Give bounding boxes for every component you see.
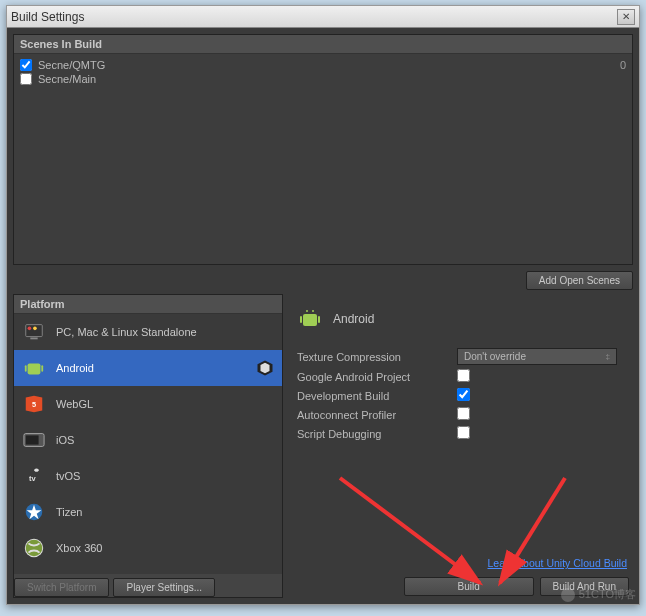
svg-text:tv: tv bbox=[29, 474, 36, 483]
scene-index: 0 bbox=[620, 59, 626, 71]
selected-platform-name: Android bbox=[333, 312, 374, 326]
svg-point-18 bbox=[312, 310, 314, 312]
tvos-icon: tv bbox=[22, 464, 46, 488]
platform-item-tvos[interactable]: tvtvOS bbox=[14, 458, 282, 494]
development-build-checkbox[interactable] bbox=[457, 388, 470, 401]
window-title: Build Settings bbox=[11, 10, 617, 24]
platform-item-xbox360[interactable]: Xbox 360 bbox=[14, 530, 282, 566]
texture-compression-value: Don't override bbox=[464, 351, 526, 362]
build-settings-window: Build Settings ✕ Scenes In Build Secne/Q… bbox=[6, 5, 640, 605]
android-icon bbox=[22, 356, 46, 380]
build-and-run-button[interactable]: Build And Run bbox=[540, 577, 629, 596]
platform-item-tizen[interactable]: Tizen bbox=[14, 494, 282, 530]
platform-label: iOS bbox=[56, 434, 274, 446]
platform-item-ios[interactable]: iOS bbox=[14, 422, 282, 458]
platform-panel: Platform PC, Mac & Linux StandaloneAndro… bbox=[13, 294, 283, 598]
scene-row[interactable]: Secne/Main bbox=[20, 72, 626, 86]
platform-label: WebGL bbox=[56, 398, 274, 410]
autoconnect-profiler-checkbox[interactable] bbox=[457, 407, 470, 420]
platform-label: Android bbox=[56, 362, 246, 374]
autoconnect-profiler-label: Autoconnect Profiler bbox=[297, 409, 457, 421]
platform-label: PC, Mac & Linux Standalone bbox=[56, 326, 274, 338]
build-button[interactable]: Build bbox=[404, 577, 534, 596]
script-debugging-checkbox[interactable] bbox=[457, 426, 470, 439]
cloud-build-link[interactable]: Learn about Unity Cloud Build bbox=[297, 553, 629, 573]
svg-text:5: 5 bbox=[32, 400, 36, 409]
platform-item-webgl[interactable]: 5WebGL bbox=[14, 386, 282, 422]
svg-point-2 bbox=[28, 327, 32, 331]
svg-rect-16 bbox=[303, 314, 317, 326]
platform-details: Android Texture Compression Don't overri… bbox=[289, 294, 633, 598]
scenes-header: Scenes In Build bbox=[14, 35, 632, 54]
xbox360-icon bbox=[22, 536, 46, 560]
scene-checkbox[interactable] bbox=[20, 59, 32, 71]
scenes-in-build-panel: Scenes In Build Secne/QMTG 0 Secne/Main bbox=[13, 34, 633, 265]
platform-item-android[interactable]: Android bbox=[14, 350, 282, 386]
google-android-project-label: Google Android Project bbox=[297, 371, 457, 383]
window-titlebar: Build Settings ✕ bbox=[7, 6, 639, 28]
google-android-project-checkbox[interactable] bbox=[457, 369, 470, 382]
scene-path: Secne/Main bbox=[38, 73, 96, 85]
tizen-icon bbox=[22, 500, 46, 524]
android-icon bbox=[297, 306, 323, 332]
standalone-icon bbox=[22, 320, 46, 344]
platform-label: Xbox 360 bbox=[56, 542, 274, 554]
scenes-list: Secne/QMTG 0 Secne/Main bbox=[14, 54, 632, 264]
switch-platform-button[interactable]: Switch Platform bbox=[14, 578, 109, 597]
texture-compression-label: Texture Compression bbox=[297, 351, 457, 363]
platform-header: Platform bbox=[14, 295, 282, 314]
chevron-down-icon: ‡ bbox=[606, 352, 610, 361]
svg-rect-6 bbox=[41, 365, 43, 371]
ios-icon bbox=[22, 428, 46, 452]
svg-point-17 bbox=[306, 310, 308, 312]
texture-compression-dropdown[interactable]: Don't override ‡ bbox=[457, 348, 617, 365]
player-settings-button[interactable]: Player Settings... bbox=[113, 578, 215, 597]
add-open-scenes-button[interactable]: Add Open Scenes bbox=[526, 271, 633, 290]
scene-path: Secne/QMTG bbox=[38, 59, 105, 71]
script-debugging-label: Script Debugging bbox=[297, 428, 457, 440]
platform-list: PC, Mac & Linux StandaloneAndroid5WebGLi… bbox=[14, 314, 282, 574]
svg-rect-11 bbox=[26, 435, 39, 444]
scene-checkbox[interactable] bbox=[20, 73, 32, 85]
close-button[interactable]: ✕ bbox=[617, 9, 635, 25]
platform-label: Tizen bbox=[56, 506, 274, 518]
svg-point-15 bbox=[26, 540, 43, 557]
svg-point-3 bbox=[33, 327, 37, 331]
svg-rect-20 bbox=[318, 316, 320, 323]
svg-marker-8 bbox=[261, 363, 270, 374]
svg-rect-19 bbox=[300, 316, 302, 323]
svg-rect-4 bbox=[28, 363, 41, 374]
development-build-label: Development Build bbox=[297, 390, 457, 402]
platform-label: tvOS bbox=[56, 470, 274, 482]
webgl-icon: 5 bbox=[22, 392, 46, 416]
svg-rect-1 bbox=[30, 338, 37, 340]
unity-badge-icon bbox=[256, 359, 274, 377]
scene-row[interactable]: Secne/QMTG 0 bbox=[20, 58, 626, 72]
platform-item-standalone[interactable]: PC, Mac & Linux Standalone bbox=[14, 314, 282, 350]
svg-rect-0 bbox=[26, 325, 43, 337]
svg-rect-5 bbox=[25, 365, 27, 371]
